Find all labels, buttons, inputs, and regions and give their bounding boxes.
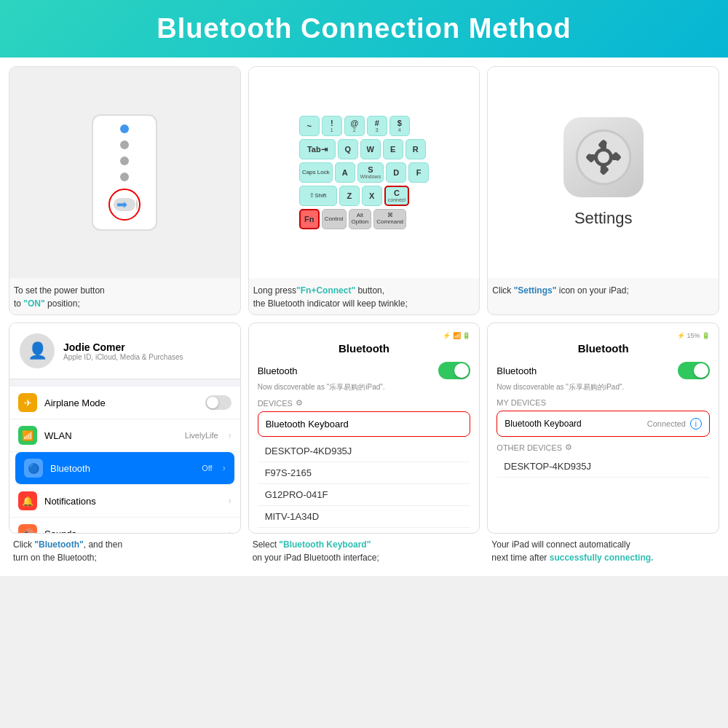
settings-text-label: Settings (574, 209, 633, 228)
keyboard-illustration: ~ !1 @2 #3 $4 Tab⇥ Q W E R (249, 67, 480, 278)
settings-icon-wrapper (563, 117, 644, 197)
bluetooth-icon: 🔵 (24, 459, 43, 478)
caption-step1: To set the power buttonto "ON" position; (9, 278, 240, 314)
panel-keyboard-image: ~ !1 @2 #3 $4 Tab⇥ Q W E R (249, 67, 480, 278)
page-title: Bluetooth Connection Method (15, 13, 713, 44)
device-dot-gray3 (120, 173, 129, 181)
caption-step2: Long press"Fn+Connect" button,the Blueto… (249, 278, 480, 314)
bt-connected-panel: ⚡ 15% 🔋 Bluetooth Bluetooth Now discover… (487, 323, 719, 534)
notifications-icon: 🔔 (18, 491, 37, 510)
ios-profile-sub: Apple ID, iCloud, Media & Purchases (63, 353, 183, 361)
panel-power: ➡ To set the power buttonto "ON" positio… (9, 66, 241, 315)
bt-connected-toggle-row: Bluetooth (496, 362, 710, 379)
keyboard-keys: ~ !1 @2 #3 $4 Tab⇥ Q W E R (299, 116, 429, 229)
ios-item-airplane[interactable]: ✈ Airplane Mode (9, 387, 240, 419)
key-row-3: Caps Lock A SWindows D F (299, 162, 429, 183)
key-s: SWindows (357, 162, 384, 183)
bt-device-list-panel: ⚡ 📶 🔋 Bluetooth Bluetooth Now discoverab… (248, 323, 480, 534)
key-4: $4 (389, 116, 410, 136)
key-option: AltOption (349, 209, 372, 229)
bluetooth-value: Off (202, 464, 212, 472)
key-command: ⌘Command (373, 209, 406, 229)
key-c-connect: Cconnect (384, 186, 410, 206)
bt-devices-section: DEVICES ⚙ (258, 398, 471, 408)
bt-connected-label: Connected (647, 419, 686, 428)
key-a: A (335, 162, 355, 183)
key-w: W (360, 139, 381, 159)
bottom-row: 👤 Jodie Comer Apple ID, iCloud, Media & … (9, 323, 719, 567)
sounds-icon: 🔊 (18, 524, 37, 534)
bt-panel-title: Bluetooth (258, 342, 471, 355)
panel-settings: Settings Click "Settings" icon on your i… (487, 66, 719, 315)
panel-power-image: ➡ (9, 67, 240, 278)
ios-item-notifications[interactable]: 🔔 Notifications › (9, 485, 240, 518)
page-header: Bluetooth Connection Method (0, 0, 728, 58)
sounds-label: Sounds (44, 529, 221, 534)
bt-connected-status: Connected i (647, 418, 702, 430)
ios-avatar-icon: 👤 (20, 333, 55, 368)
key-capslock: Caps Lock (299, 162, 333, 183)
settings-illustration: Settings (488, 67, 719, 278)
key-3: #3 (367, 116, 387, 136)
panel-keyboard: ~ !1 @2 #3 $4 Tab⇥ Q W E R (248, 66, 480, 315)
device-body: ➡ (92, 114, 157, 231)
key-z: Z (339, 186, 360, 206)
key-1: !1 (322, 116, 342, 136)
power-switch-inner: ➡ (114, 198, 135, 211)
bt-other-4[interactable]: MITV-1A34D (258, 506, 471, 528)
bt-my-devices-section: MY DEVICES (496, 398, 710, 407)
device-dot-gray2 (120, 157, 129, 165)
bt-toggle-label: Bluetooth (258, 365, 298, 376)
main-content: ➡ To set the power buttonto "ON" positio… (0, 58, 728, 576)
key-f: F (408, 162, 429, 183)
panel-settings-image: Settings (488, 67, 719, 278)
ios-item-wlan[interactable]: 📶 WLAN LivelyLife › (9, 419, 240, 452)
ios-profile: 👤 Jodie Comer Apple ID, iCloud, Media & … (9, 323, 240, 379)
key-tab: Tab⇥ (299, 139, 336, 159)
bt-connected-toggle-label: Bluetooth (496, 365, 537, 376)
key-control: Control (322, 209, 347, 229)
power-switch-thumb (136, 199, 138, 210)
key-2: @2 (344, 116, 365, 136)
panel-ios-settings-col: 👤 Jodie Comer Apple ID, iCloud, Media & … (9, 323, 241, 567)
caption-step6: Your iPad will connect automaticallynext… (487, 534, 719, 567)
bt-connected-toggle-on[interactable] (678, 362, 710, 379)
bt-keyboard-device[interactable]: Bluetooth Keyboard (258, 411, 471, 437)
bt-connected-device-name: Bluetooth Keyboard (505, 419, 581, 429)
key-row-5: Fn Control AltOption ⌘Command (299, 209, 429, 229)
key-shift: ⇧Shift (299, 186, 337, 206)
bt-connected-discoverable: Now discoverable as "乐享易购的iPad". (496, 382, 710, 392)
power-switch-circle: ➡ (108, 189, 141, 221)
bt-other-2[interactable]: F97S-2165 (258, 462, 471, 484)
device-dot-blue (120, 124, 129, 133)
key-e: E (383, 139, 403, 159)
bt-other-3[interactable]: G12PRO-041F (258, 484, 471, 506)
bt-connected-toggle-thumb (694, 363, 708, 378)
status-bar: ⚡ 📶 🔋 (258, 332, 471, 339)
key-x: X (362, 186, 382, 206)
airplane-toggle[interactable] (205, 395, 232, 410)
caption-step5: Select "Bluetooth Keyboard"on your iPad … (248, 534, 480, 567)
top-row: ➡ To set the power buttonto "ON" positio… (9, 66, 719, 315)
key-row-2: Tab⇥ Q W E R (299, 139, 429, 159)
bt-other-1[interactable]: DESKTOP-4KD935J (258, 440, 471, 462)
bt-toggle-on[interactable] (438, 362, 470, 379)
caption-step3: Click "Settings" icon on your iPad; (488, 278, 719, 301)
bt-toggle-row: Bluetooth (258, 362, 471, 379)
bt-connected-device-item[interactable]: Bluetooth Keyboard Connected i (496, 411, 710, 437)
bt-toggle-thumb (454, 363, 469, 378)
ios-profile-name: Jodie Comer (63, 341, 183, 353)
ios-item-sounds[interactable]: 🔊 Sounds › (9, 518, 240, 534)
panel-bt-connected-col: ⚡ 15% 🔋 Bluetooth Bluetooth Now discover… (487, 323, 719, 567)
bt-other-desktop[interactable]: DESKTOP-4KD935J (496, 456, 710, 478)
bt-other-devices-section: OTHER DEVICES ⚙ (496, 443, 710, 452)
wlan-value: LivelyLife (185, 431, 218, 440)
info-icon[interactable]: i (690, 418, 702, 430)
bluetooth-label: Bluetooth (50, 463, 194, 474)
ios-profile-info: Jodie Comer Apple ID, iCloud, Media & Pu… (63, 341, 183, 361)
key-tilde: ~ (299, 116, 320, 136)
key-r: R (405, 139, 426, 159)
airplane-mode-icon: ✈ (18, 393, 37, 412)
ios-item-bluetooth[interactable]: 🔵 Bluetooth Off › (15, 452, 234, 485)
bt-keyboard-device-name: Bluetooth Keyboard (266, 419, 349, 430)
